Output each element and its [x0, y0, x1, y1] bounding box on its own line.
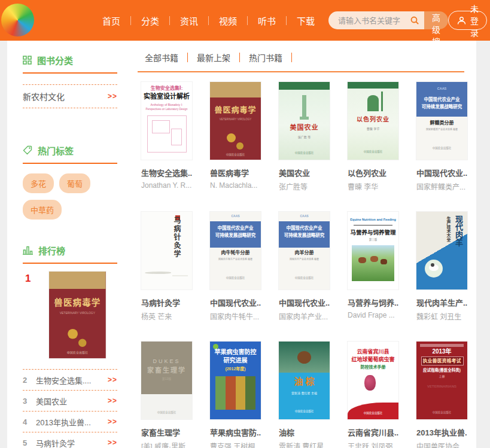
- book-grid: 生物安全选集Ⅰ:实验室设计解析Anthology of Biosafety I:…: [141, 82, 464, 448]
- cover-art: [279, 82, 330, 90]
- book-title: 美国农业: [279, 167, 330, 178]
- ranking-section-header: 排行榜: [23, 243, 133, 257]
- nav-item-2[interactable]: 资讯: [180, 14, 198, 27]
- ranking-item-3[interactable]: 3美国农业>>: [23, 391, 117, 411]
- book-title: 云南省宾川县...: [348, 426, 398, 438]
- cover-text: VETERINARIANS: [416, 385, 467, 389]
- category-item-0[interactable]: 新农村文化>>: [23, 85, 117, 108]
- cover-art: [352, 245, 394, 281]
- cover-art: [300, 117, 309, 120]
- book-title: 以色列农业: [348, 167, 398, 178]
- cover-text: 中国农业出版社: [348, 412, 398, 415]
- ranking-top-thumbnail: 兽医病毒学VETERINARY VIROLOGY中国农业出版社: [49, 272, 106, 359]
- cover-text: 肉羊分册: [279, 250, 330, 255]
- ranking-item-4[interactable]: 42013年执业兽...>>: [23, 412, 117, 432]
- book-title: 马病针灸学: [141, 297, 192, 308]
- header: 首页分类资讯视频听书下载 高级搜索 未登录: [0, 0, 490, 41]
- cover-text: 苹果病虫害防控: [210, 349, 261, 356]
- book-author: 魏彩虹 刘丑生: [416, 311, 467, 321]
- category-item-label: 新农村文化: [23, 90, 65, 102]
- cover-text: 生产技术大全: [446, 217, 451, 242]
- cover-text: 应试指南(兽医全科类): [416, 368, 467, 372]
- cover-text: 美国农业: [279, 124, 330, 132]
- ranking-item-2[interactable]: 2生物安全选集....>>: [23, 370, 117, 390]
- cover-text: 中国农业出版社: [279, 276, 330, 279]
- book-card-7[interactable]: CAAS中国现代农业产业可持续发展战略研究肉羊分册国家肉羊产业技术体系 编著中国…: [279, 212, 330, 321]
- tab-1[interactable]: 最新上架: [197, 51, 230, 63]
- search-icon[interactable]: [410, 16, 419, 25]
- book-card-4[interactable]: CAAS中国现代农业产业可持续发展战略研究鲆鲽类分册国家鲆鲽类产业技术体系 编著…: [416, 82, 467, 191]
- search-bar: 高级搜索: [328, 11, 448, 29]
- cover-text: 油 棕: [279, 376, 330, 386]
- main-nav: 首页分类资讯视频听书下载: [96, 14, 321, 27]
- nav-item-3[interactable]: 视频: [219, 14, 237, 27]
- site-logo-icon[interactable]: [1, 4, 34, 36]
- cover-text: VETERINARY VIROLOGY: [49, 312, 106, 315]
- book-title: 中国现代农业...: [210, 297, 261, 308]
- book-title: 家畜生理学: [141, 426, 192, 438]
- cover-art: [354, 225, 392, 225]
- book-card-6[interactable]: CAAS中国现代农业产业可持续发展战略研究肉牛牦牛分册国家肉牛牦牛产业技术体系 …: [210, 212, 261, 321]
- book-card-10[interactable]: DUKES家畜生理学第13版中国农业出版社家畜生理学[美] 威廉·里斯...: [141, 342, 192, 448]
- cover-text: 中国农业出版社: [416, 147, 467, 150]
- cover-art: [348, 403, 398, 419]
- ranking-item-5[interactable]: 5马病针灸学>>: [23, 432, 117, 448]
- search-input[interactable]: [337, 16, 410, 26]
- cover-text: 中国农业出版社: [279, 410, 330, 413]
- nav-item-5[interactable]: 下载: [297, 14, 315, 27]
- nav-item-1[interactable]: 分类: [141, 14, 159, 27]
- tab-separator: [239, 53, 240, 62]
- cover-art: [364, 375, 376, 391]
- ranking-top-item[interactable]: 1 兽医病毒学VETERINARY VIROLOGY中国农业出版社: [25, 272, 133, 359]
- category-section-header: 图书分类: [23, 53, 133, 67]
- cover-text: 中国农业出版社: [416, 411, 467, 414]
- book-card-14[interactable]: 2013年执业兽医资格考试应试指南(兽医全科类)上册VETERINARIANS中…: [416, 342, 467, 448]
- cover-text: 中国农业出版社: [141, 411, 192, 414]
- book-cover: 2013年执业兽医资格考试应试指南(兽医全科类)上册VETERINARIANS中…: [416, 342, 467, 419]
- book-card-0[interactable]: 生物安全选集Ⅰ:实验室设计解析Anthology of Biosafety I:…: [141, 82, 192, 191]
- tab-2[interactable]: 热门书籍: [249, 51, 282, 63]
- hot-tag-0[interactable]: 多花: [23, 173, 54, 193]
- cover-art: [302, 95, 306, 118]
- cover-art: [152, 120, 170, 133]
- book-author: 曹克强 王树桐...: [210, 441, 261, 448]
- book-card-3[interactable]: 以色列农业曹暕 李华中国农业出版社以色列农业曹暕 李华: [348, 82, 398, 191]
- book-author: 杨英 芒来: [141, 311, 192, 321]
- login-button[interactable]: 未登录: [448, 11, 487, 30]
- cover-text: 云南省宾川县: [348, 349, 398, 355]
- nav-item-0[interactable]: 首页: [102, 14, 120, 27]
- book-title: 油棕: [279, 426, 330, 438]
- main-panel: 全部书籍最新上架热门书籍 生物安全选集Ⅰ:实验室设计解析Anthology of…: [133, 41, 476, 448]
- cover-art: [381, 92, 383, 111]
- book-card-8[interactable]: Equine Nutrition and Feeding马营养与饲养管理第三版马…: [348, 212, 398, 321]
- cover-text: 现代肉羊: [454, 215, 462, 246]
- ranking-label: 生物安全选集....: [36, 374, 108, 386]
- book-card-2[interactable]: 美国农业张广胜 等中国农业出版社美国农业张广胜等: [279, 82, 330, 191]
- cover-text: 马病针灸学: [172, 217, 180, 258]
- hot-tag-2[interactable]: 中草药: [23, 200, 62, 220]
- cover-art: [370, 256, 378, 262]
- cover-text: 2013年: [416, 348, 467, 355]
- cover-text: Perspectives on Laboratory Design: [141, 108, 192, 111]
- bar-chart-icon: [23, 246, 33, 255]
- book-card-12[interactable]: 油 棕雷新涛 曹红星 主编中国农业出版社油棕雷新涛 曹红星: [279, 342, 330, 448]
- hot-tag-1[interactable]: 葡萄: [59, 173, 90, 193]
- nav-separator: [208, 16, 209, 25]
- book-card-1[interactable]: 兽医病毒学VETERINARY VIROLOGY中国农业出版社兽医病毒学N. M…: [210, 82, 261, 191]
- nav-item-4[interactable]: 听书: [258, 14, 276, 27]
- cover-art: [227, 133, 236, 142]
- cover-text: 第13版: [141, 377, 192, 381]
- book-title: 生物安全选集....: [141, 167, 192, 178]
- cover-text: 上册: [416, 375, 467, 379]
- tab-0[interactable]: 全部书籍: [145, 51, 178, 63]
- cover-text: CAAS: [416, 87, 467, 90]
- book-card-11[interactable]: 苹果病虫害防控研究进展(2012年度)苹果病虫害防...曹克强 王树桐...: [210, 342, 261, 448]
- book-card-5[interactable]: 马病针灸学马病针灸学杨英 芒来: [141, 212, 192, 321]
- cover-text: 兽医病毒学: [49, 298, 106, 309]
- book-card-9[interactable]: 现代肉羊生产技术大全现代肉羊生产...魏彩虹 刘丑生: [416, 212, 467, 321]
- cover-art: [172, 275, 188, 276]
- book-title: 苹果病虫害防...: [210, 426, 261, 438]
- book-cover: 兽医病毒学VETERINARY VIROLOGY中国农业出版社: [210, 82, 261, 160]
- book-card-13[interactable]: 云南省宾川县红地球葡萄病虫害防控技术手册中国农业出版社云南省宾川县...王忠跃 …: [348, 342, 398, 448]
- advanced-search-button[interactable]: 高级搜索: [424, 11, 448, 29]
